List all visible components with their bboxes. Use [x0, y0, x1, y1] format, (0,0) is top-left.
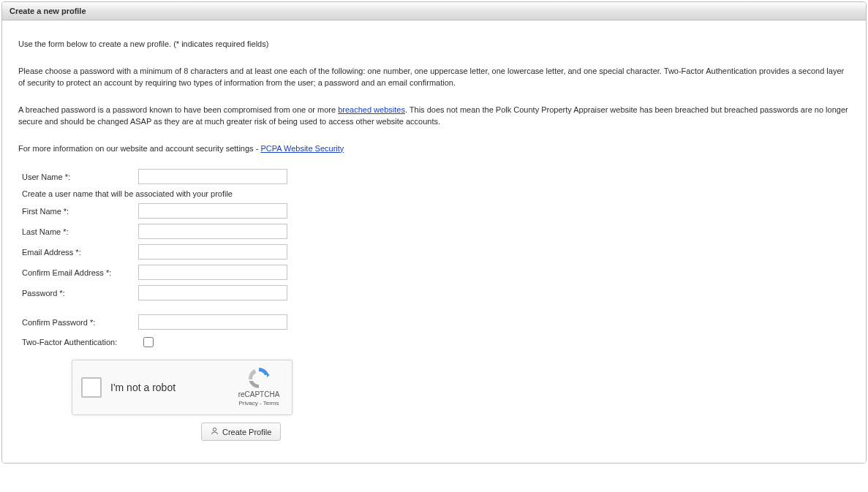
- password-input[interactable]: [138, 285, 287, 300]
- confirm-email-label: Confirm Email Address *:: [18, 268, 138, 277]
- panel-body: Use the form below to create a new profi…: [2, 20, 866, 463]
- create-profile-panel: Create a new profile Use the form below …: [1, 1, 867, 463]
- breached-websites-link[interactable]: breached websites: [338, 105, 405, 114]
- confirm-password-input[interactable]: [138, 314, 287, 330]
- panel-title: Create a new profile: [10, 7, 86, 15]
- recaptcha-branding: reCAPTCHA Privacy - Terms: [233, 366, 284, 406]
- recaptcha-checkbox[interactable]: [81, 377, 102, 398]
- intro-section-1: Use the form below to create a new profi…: [18, 38, 850, 50]
- email-row: Email Address *:: [18, 244, 850, 260]
- password-row: Password *:: [18, 285, 850, 300]
- username-row: User Name *:: [18, 169, 850, 184]
- recaptcha-terms-link[interactable]: Terms: [263, 400, 279, 406]
- twofactor-checkbox[interactable]: [143, 337, 154, 347]
- username-hint: Create a user name that will be associat…: [18, 189, 233, 198]
- username-hint-row: Create a user name that will be associat…: [18, 189, 850, 198]
- lastname-label: Last Name *:: [18, 227, 138, 236]
- confirm-email-input[interactable]: [138, 265, 287, 280]
- intro-p2: Please choose a password with a minimum …: [18, 65, 850, 89]
- user-icon: [211, 427, 219, 436]
- firstname-row: First Name *:: [18, 203, 850, 219]
- recaptcha-widget: I'm not a robot reCAPTCHA Privacy - Term…: [72, 360, 293, 415]
- recaptcha-links: Privacy - Terms: [233, 400, 284, 406]
- intro-p1: Use the form below to create a new profi…: [18, 38, 850, 50]
- pcpa-security-link[interactable]: PCPA Website Security: [260, 144, 344, 153]
- password-label: Password *:: [18, 289, 138, 298]
- recaptcha-label: I'm not a robot: [110, 382, 176, 393]
- recaptcha-logo-icon: [247, 366, 271, 390]
- recaptcha-privacy-link[interactable]: Privacy: [239, 400, 258, 406]
- email-label: Email Address *:: [18, 248, 138, 257]
- intro-p3: A breached password is a password known …: [18, 104, 850, 128]
- firstname-label: First Name *:: [18, 207, 138, 216]
- svg-point-1: [213, 428, 216, 431]
- email-input[interactable]: [138, 244, 287, 260]
- panel-header: Create a new profile: [2, 2, 866, 20]
- intro-section-2: Please choose a password with a minimum …: [18, 65, 850, 89]
- recaptcha-brand: reCAPTCHA: [233, 390, 284, 398]
- create-profile-button[interactable]: Create Profile: [201, 423, 281, 441]
- submit-row: Create Profile: [201, 423, 850, 441]
- twofactor-label: Two-Factor Authentication:: [18, 338, 117, 347]
- create-profile-button-label: Create Profile: [222, 428, 271, 436]
- intro-section-3: A breached password is a password known …: [18, 104, 850, 128]
- lastname-row: Last Name *:: [18, 224, 850, 239]
- firstname-input[interactable]: [138, 203, 287, 219]
- intro-section-4: For more information on our website and …: [18, 143, 850, 155]
- confirm-password-row: Confirm Password *:: [18, 314, 850, 330]
- twofactor-row: Two-Factor Authentication:: [18, 335, 850, 349]
- confirm-password-label: Confirm Password *:: [18, 318, 138, 327]
- username-input[interactable]: [138, 169, 287, 184]
- username-label: User Name *:: [18, 173, 138, 181]
- lastname-input[interactable]: [138, 224, 287, 239]
- confirm-email-row: Confirm Email Address *:: [18, 265, 850, 280]
- intro-p4: For more information on our website and …: [18, 143, 850, 155]
